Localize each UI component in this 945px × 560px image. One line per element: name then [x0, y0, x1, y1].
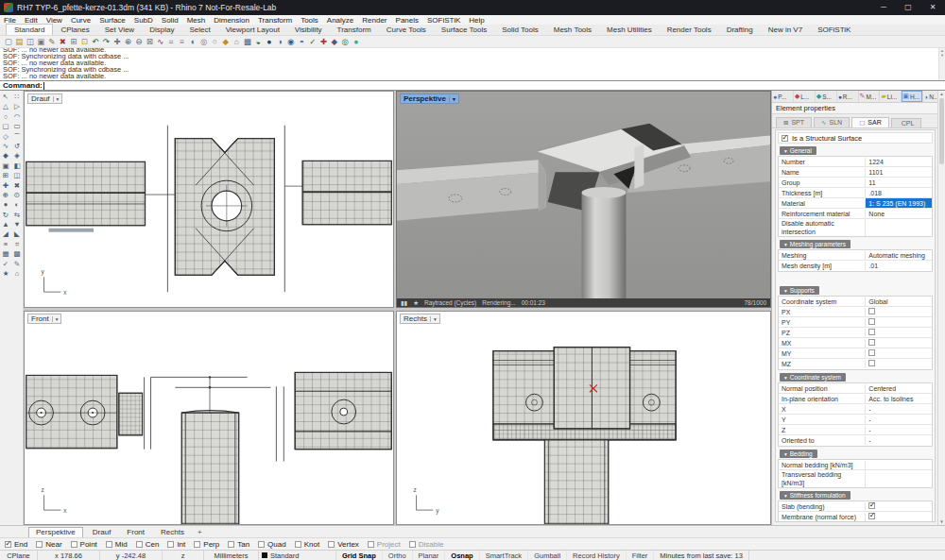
toolbar-icon[interactable]: ◎ [340, 36, 352, 47]
toolbar-icon[interactable]: ⊖ [133, 36, 145, 47]
menu-item[interactable]: Panels [396, 16, 419, 25]
toolbar-icon[interactable]: ⌂ [232, 36, 243, 47]
viewport-rechts[interactable]: Rechts ▾ [396, 311, 771, 525]
toolbar-tab[interactable]: New in V7 [761, 25, 810, 35]
tool-icon[interactable]: △ [0, 102, 11, 111]
viewport-menu-arrow[interactable]: ▾ [53, 96, 60, 102]
property-value[interactable]: None [866, 210, 932, 218]
tool-icon[interactable]: ● [0, 200, 11, 210]
menu-item[interactable]: SOFiSTiK [427, 16, 460, 25]
toolbar-icon[interactable]: ✚ [318, 36, 330, 47]
tool-icon[interactable]: ✓ [0, 260, 11, 269]
tool-icon[interactable]: ▭ [11, 122, 23, 131]
tool-icon[interactable]: ⇆ [11, 211, 23, 220]
property-checkbox[interactable] [868, 308, 875, 314]
tool-icon[interactable]: ✚ [0, 181, 11, 191]
property-value[interactable] [866, 308, 932, 316]
toolbar-tab[interactable]: SOFiSTiK [810, 25, 858, 35]
menu-item[interactable]: Analyze [327, 16, 353, 25]
toolbar-icon[interactable]: ▢ [3, 36, 14, 47]
toolbar-icon[interactable]: ↷ [101, 36, 112, 47]
toolbar-icon[interactable]: ⌗ [166, 36, 178, 47]
osnap-option[interactable]: Quad [258, 540, 286, 549]
toolbar-icon[interactable]: ⊡ [79, 36, 91, 47]
toolbar-icon[interactable]: ⊠ [145, 36, 156, 47]
status-toggle[interactable]: Record History [567, 551, 627, 560]
osnap-option[interactable]: End [5, 540, 27, 549]
panel-tab[interactable]: ● R... [837, 91, 859, 102]
toolbar-tab[interactable]: Render Tools [660, 25, 719, 35]
property-value[interactable]: - [866, 426, 932, 434]
minimize-button[interactable]: ─ [871, 0, 896, 15]
osnap-option[interactable]: Cen [136, 540, 160, 549]
status-toggle[interactable]: Osnap [445, 551, 479, 560]
command-prompt-row[interactable]: Command: [0, 80, 945, 91]
rechts-canvas[interactable]: z y [397, 312, 770, 524]
toolbar-tab[interactable]: Solid Tools [494, 25, 546, 35]
property-value[interactable]: Acc. to Isolines [866, 395, 932, 403]
osnap-option[interactable]: Near [36, 540, 61, 549]
property-value[interactable] [866, 318, 932, 327]
toolbar-icon[interactable]: ∿ [155, 36, 166, 47]
osnap-option[interactable]: Knot [295, 540, 319, 549]
property-checkbox[interactable] [868, 349, 875, 356]
tool-icon[interactable]: ◈ [11, 151, 23, 161]
menu-item[interactable]: Dimension [214, 16, 249, 25]
toolbar-tab[interactable]: Visibility [287, 25, 330, 35]
tool-icon[interactable]: ▼ [11, 220, 23, 229]
tool-icon[interactable]: ✖ [11, 181, 23, 191]
section-header[interactable]: ▾General [780, 146, 816, 155]
structural-surface-row[interactable]: Is a Structural Surface [778, 132, 933, 144]
section-header[interactable]: ▾Meshing parameters [780, 240, 850, 248]
osnap-checkbox[interactable] [71, 541, 77, 548]
section-header[interactable]: ▾Bedding [780, 450, 817, 458]
menu-item[interactable]: Transform [258, 16, 292, 25]
tool-icon[interactable]: ⊞ [0, 171, 11, 180]
toolbar-icon[interactable]: ✎ [46, 36, 58, 47]
tool-icon[interactable]: ◆ [0, 151, 11, 161]
viewport-menu-arrow[interactable]: ▾ [430, 316, 437, 322]
toolbar-icon[interactable]: ◫ [25, 36, 36, 47]
menu-item[interactable]: Help [469, 16, 484, 25]
viewport-rechts-label[interactable]: Rechts ▾ [400, 314, 440, 324]
tool-icon[interactable]: ∷ [11, 93, 23, 102]
osnap-option[interactable]: Vertex [328, 540, 359, 549]
front-canvas[interactable]: z x [25, 312, 393, 524]
property-value[interactable] [866, 513, 932, 521]
toolbar-icon[interactable]: ≡ [177, 36, 188, 47]
property-value[interactable] [866, 329, 932, 337]
property-value[interactable] [866, 360, 932, 368]
viewport-menu-arrow[interactable]: ▾ [449, 96, 455, 102]
toolbar-tab[interactable]: Mesh Tools [546, 25, 599, 35]
toolbar-tab[interactable]: Display [142, 25, 181, 35]
status-toggle[interactable]: Ortho [383, 551, 413, 560]
toolbar-icon[interactable]: ▣ [36, 36, 47, 47]
viewport-perspektive-label[interactable]: Perspektive ▾ [400, 93, 459, 104]
osnap-option[interactable]: Disable [409, 540, 444, 549]
tool-icon[interactable]: ↺ [11, 142, 23, 151]
osnap-checkbox[interactable] [409, 541, 416, 548]
tool-icon[interactable]: ▢ [0, 122, 11, 131]
toolbar-tab[interactable]: CPlanes [53, 25, 96, 35]
menu-item[interactable]: Solid [162, 16, 179, 25]
tool-icon[interactable]: ◫ [11, 171, 23, 180]
toolbar-icon[interactable]: ◑ [275, 36, 286, 47]
osnap-checkbox[interactable] [167, 541, 174, 548]
property-checkbox[interactable] [868, 360, 875, 366]
panel-tab[interactable]: ✎ M... [859, 91, 881, 102]
osnap-option[interactable]: Point [71, 540, 97, 549]
toolbar-icon[interactable]: ◎ [198, 36, 210, 47]
toolbar-icon[interactable]: ◐ [188, 36, 199, 47]
property-checkbox[interactable] [868, 502, 875, 509]
scroll-down-arrow[interactable]: ▼ [938, 519, 945, 524]
tool-icon[interactable]: ◇ [0, 132, 11, 142]
viewport-drauf[interactable]: Drauf ▾ [24, 91, 394, 308]
viewport-tab[interactable]: Perspektive [28, 527, 83, 537]
property-value[interactable]: Global [866, 297, 932, 306]
property-value[interactable]: - [866, 416, 932, 424]
status-toggle[interactable]: Planar [413, 551, 446, 560]
toolbar-icon[interactable]: ✓ [307, 36, 318, 47]
toolbar-tab[interactable]: Viewport Layout [218, 25, 287, 35]
panel-tab[interactable]: ▣ H... [902, 91, 923, 102]
toolbar-tab[interactable]: Select [181, 25, 217, 35]
